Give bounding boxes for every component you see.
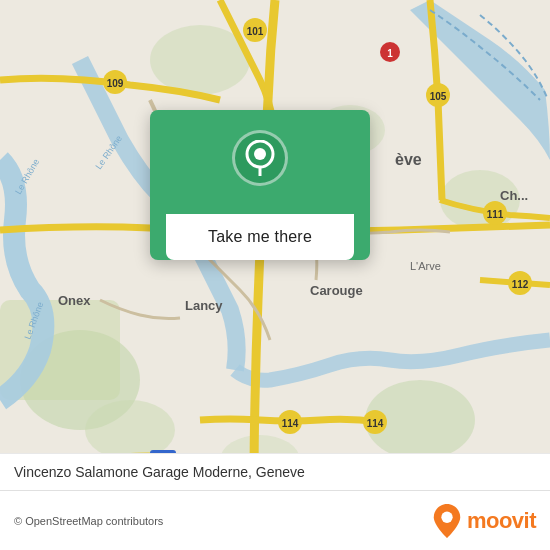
location-icon	[232, 130, 288, 186]
map-attribution: © OpenStreetMap contributors	[14, 515, 163, 527]
take-me-there-button[interactable]: Take me there	[166, 214, 354, 260]
svg-text:Ch...: Ch...	[500, 188, 528, 203]
svg-text:112: 112	[512, 279, 529, 290]
business-name-bar: Vincenzo Salamone Garage Moderne, Geneve	[0, 453, 550, 490]
svg-text:101: 101	[247, 26, 264, 37]
moovit-brand-name: moovit	[467, 508, 536, 534]
svg-text:109: 109	[107, 78, 124, 89]
bottom-bar: © OpenStreetMap contributors moovit	[0, 490, 550, 550]
svg-text:1: 1	[387, 48, 393, 59]
svg-point-39	[441, 511, 452, 522]
map-pin-icon	[244, 140, 276, 176]
svg-text:Onex: Onex	[58, 293, 91, 308]
svg-text:114: 114	[282, 418, 299, 429]
svg-text:105: 105	[430, 91, 447, 102]
svg-text:Carouge: Carouge	[310, 283, 363, 298]
svg-text:ève: ève	[395, 151, 422, 168]
moovit-pin-icon	[433, 504, 461, 538]
map-container: 109 101 1 105 111 112 114 114 A1 Onex La…	[0, 0, 550, 490]
location-card: Take me there	[150, 110, 370, 260]
svg-text:L'Arve: L'Arve	[410, 260, 441, 272]
svg-point-38	[254, 148, 266, 160]
svg-text:111: 111	[487, 209, 504, 220]
svg-text:114: 114	[367, 418, 384, 429]
svg-text:Lancy: Lancy	[185, 298, 223, 313]
business-name-text: Vincenzo Salamone Garage Moderne, Geneve	[14, 464, 305, 480]
moovit-logo: moovit	[433, 504, 536, 538]
